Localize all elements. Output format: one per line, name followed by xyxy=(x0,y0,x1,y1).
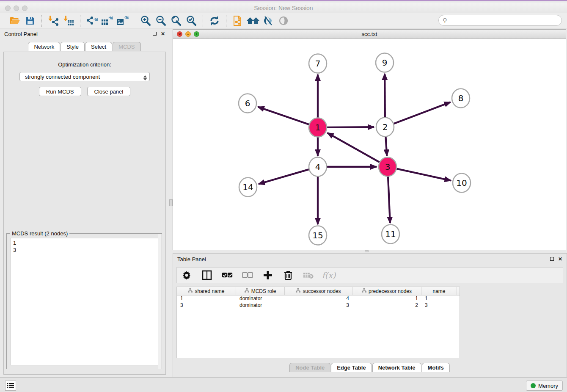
delete-column-icon[interactable] xyxy=(283,270,294,281)
table-cell[interactable]: 1 xyxy=(352,295,421,302)
graph-node-2[interactable]: 2 xyxy=(376,118,394,137)
mcds-result-scrollbar[interactable] xyxy=(158,234,162,369)
node-table-body[interactable]: 1dominator4113dominator323 xyxy=(177,295,460,309)
svg-text:3: 3 xyxy=(385,162,391,172)
window-title: Session: New Session xyxy=(0,5,567,11)
graph-node-4[interactable]: 4 xyxy=(309,157,327,177)
memory-button[interactable]: Memory xyxy=(526,381,563,391)
close-panel-button[interactable]: Close panel xyxy=(87,87,131,96)
column-header-name[interactable]: name xyxy=(421,287,457,295)
graph-edge-4-14[interactable] xyxy=(259,169,309,184)
graph-node-3[interactable]: 3 xyxy=(379,157,396,177)
graph-node-7[interactable]: 7 xyxy=(309,54,327,73)
table-tab-node-table[interactable]: Node Table xyxy=(289,363,330,372)
clone-network-icon[interactable] xyxy=(230,14,245,27)
graph-edge-2-8[interactable] xyxy=(394,102,451,124)
save-session-icon[interactable] xyxy=(22,14,38,27)
table-tabs: Node TableEdge TableNetwork TableMotifs xyxy=(173,363,567,372)
svg-text:8: 8 xyxy=(458,93,464,103)
table-cell[interactable]: 3 xyxy=(421,302,457,309)
table-cell[interactable]: dominator xyxy=(236,302,285,309)
show-style-icon[interactable] xyxy=(276,14,291,27)
graph-node-9[interactable]: 9 xyxy=(376,53,394,72)
mcds-result-fieldset: MCDS result (2 nodes) 1 3 xyxy=(6,233,162,369)
function-builder-icon[interactable]: f(x) xyxy=(323,270,334,281)
vertical-splitter[interactable] xyxy=(169,28,173,377)
node-table[interactable]: shared nameMCDS rolesuccessor nodesprede… xyxy=(176,287,460,358)
graph-edge-3-11[interactable] xyxy=(388,176,390,223)
table-cell[interactable]: dominator xyxy=(236,295,285,302)
graph-edge-2-3[interactable] xyxy=(385,136,387,156)
table-tab-network-table[interactable]: Network Table xyxy=(372,363,421,372)
criterion-select[interactable]: strongly connected component xyxy=(19,72,150,81)
split-columns-icon[interactable] xyxy=(201,270,212,281)
table-panel: Table Panel ✕ xyxy=(173,253,567,377)
tab-style[interactable]: Style xyxy=(61,42,85,51)
open-session-icon[interactable] xyxy=(7,14,22,27)
table-tab-motifs[interactable]: Motifs xyxy=(422,363,450,372)
float-table-panel-icon[interactable] xyxy=(550,257,554,262)
search-input[interactable] xyxy=(438,15,562,26)
table-cell[interactable]: 1 xyxy=(177,295,236,302)
network-graph-canvas[interactable]: 7968124314101511 xyxy=(173,39,566,250)
export-table-icon[interactable] xyxy=(99,14,115,27)
svg-text:10: 10 xyxy=(456,178,467,188)
column-header-successor-nodes[interactable]: successor nodes xyxy=(285,287,352,295)
zoom-fit-icon[interactable] xyxy=(168,14,184,27)
graph-edge-3-10[interactable] xyxy=(396,168,451,180)
table-cell[interactable]: 2 xyxy=(352,302,421,309)
mcds-result-text[interactable]: 1 3 xyxy=(10,238,158,365)
tab-select[interactable]: Select xyxy=(85,42,112,51)
graph-node-11[interactable]: 11 xyxy=(382,225,399,244)
table-cell[interactable]: 3 xyxy=(177,302,236,309)
add-column-icon[interactable] xyxy=(262,270,273,281)
graph-edge-1-2[interactable] xyxy=(327,127,374,127)
close-panel-icon[interactable]: ✕ xyxy=(161,31,165,36)
select-all-columns-icon[interactable] xyxy=(222,270,233,281)
home-icon[interactable] xyxy=(245,14,261,27)
settings-icon[interactable] xyxy=(181,270,192,281)
zoom-in-icon[interactable] xyxy=(138,14,153,27)
hide-style-icon[interactable] xyxy=(261,14,276,27)
table-cell[interactable]: 1 xyxy=(421,295,457,302)
table-tab-edge-table[interactable]: Edge Table xyxy=(331,363,372,372)
table-row[interactable]: 1dominator411 xyxy=(177,295,460,302)
table-cell[interactable]: 4 xyxy=(285,295,352,302)
graph-node-15[interactable]: 15 xyxy=(309,226,327,245)
column-header-predecessor-nodes[interactable]: predecessor nodes xyxy=(352,287,421,295)
network-window-title: scc.txt xyxy=(173,31,566,37)
tab-mcds[interactable]: MCDS xyxy=(113,42,140,51)
import-network-icon[interactable] xyxy=(46,14,61,27)
import-table-icon[interactable] xyxy=(61,14,76,27)
table-cell[interactable]: 3 xyxy=(285,302,352,309)
export-network-icon[interactable] xyxy=(84,14,99,27)
refresh-icon[interactable] xyxy=(207,14,222,27)
zoom-out-icon[interactable] xyxy=(153,14,168,27)
svg-text:11: 11 xyxy=(385,229,396,239)
zoom-selected-icon[interactable] xyxy=(184,14,199,27)
close-table-panel-icon[interactable]: ✕ xyxy=(558,257,562,262)
horizontal-splitter-handle[interactable] xyxy=(365,250,369,252)
graph-node-8[interactable]: 8 xyxy=(452,89,470,108)
node-table-header[interactable]: shared nameMCDS rolesuccessor nodesprede… xyxy=(177,287,460,295)
graph-edge-3-1[interactable] xyxy=(328,133,380,163)
float-panel-icon[interactable] xyxy=(153,31,157,36)
tab-network[interactable]: Network xyxy=(28,42,60,51)
delete-table-icon[interactable] xyxy=(303,270,314,281)
graph-node-1[interactable]: 1 xyxy=(309,118,327,137)
table-row[interactable]: 3dominator323 xyxy=(177,302,460,309)
network-window-titlebar[interactable]: ✕ − + scc.txt xyxy=(173,30,566,39)
graph-node-6[interactable]: 6 xyxy=(239,94,256,113)
graph-edge-2-9[interactable] xyxy=(385,74,385,118)
graph-edge-1-6[interactable] xyxy=(258,107,310,124)
run-mcds-button[interactable]: Run MCDS xyxy=(39,87,81,96)
graph-node-10[interactable]: 10 xyxy=(453,174,471,193)
graph-node-14[interactable]: 14 xyxy=(239,178,257,197)
export-image-icon[interactable] xyxy=(115,14,130,27)
column-label: predecessor nodes xyxy=(369,288,412,294)
task-history-button[interactable] xyxy=(5,381,16,391)
deselect-all-columns-icon[interactable] xyxy=(242,270,253,281)
vertical-splitter-handle[interactable] xyxy=(169,199,173,206)
column-header-shared-name[interactable]: shared name xyxy=(177,287,236,295)
column-header-MCDS-role[interactable]: MCDS role xyxy=(236,287,285,295)
